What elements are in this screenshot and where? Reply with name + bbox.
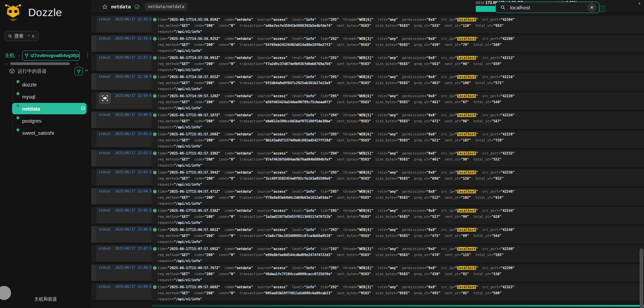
log-timestamp-cell: 2025/06/1723:08:57 <box>113 264 152 284</box>
log-row: stdout 2025/06/1723:00:57 time="2025-06-… <box>91 112 644 131</box>
log-row: stdout 2025/06/1723:03:57 time="2025-06-… <box>91 169 644 188</box>
scroll-up-arrow[interactable]: ▲ <box>638 1 641 5</box>
log-row: stdout 2025/06/1723:07:57 time="2025-06-… <box>91 245 644 264</box>
log-stream-cell: stdout <box>96 188 113 207</box>
log-stream-cell: stdout <box>96 54 113 73</box>
chevron-right-icon: › <box>18 53 19 58</box>
vertical-scroll-thumb[interactable] <box>640 249 643 308</box>
search-icon <box>500 5 505 10</box>
running-containers-section: 运行中的容器 <box>0 67 91 76</box>
log-row-gutter[interactable] <box>91 54 96 73</box>
horizontal-scroll-thumb[interactable] <box>10 62 70 65</box>
log-stream-cell: stdout <box>96 16 113 35</box>
image-name-badge: netdata/netdata <box>145 3 187 11</box>
host-row: 主机 › iZ7xv8mogva854vg30j3j <box>5 50 89 61</box>
sidebar-item-netdata[interactable]: netdata <box>0 103 91 115</box>
log-row: stdout 2025/06/1723:05:57 time="2025-06-… <box>91 207 644 226</box>
log-row: stdout 2025/06/1723:06:57 time="2025-06-… <box>91 226 644 245</box>
log-row-gutter[interactable] <box>91 169 96 188</box>
container-status-dot-icon <box>16 128 19 131</box>
log-row: stdout 2025/06/1723:08:57 time="2025-06-… <box>91 264 644 284</box>
sidebar-item-postgres[interactable]: postgres <box>0 115 91 127</box>
sidebar-item-mysql[interactable]: mysql <box>0 90 91 103</box>
log-row-gutter[interactable] <box>91 245 96 264</box>
log-stream-cell: stdout <box>96 131 113 150</box>
log-row-gutter[interactable] <box>91 284 96 303</box>
container-filter-button[interactable] <box>74 67 83 75</box>
log-timestamp-cell: 2025/06/1723:01:57 <box>113 131 152 150</box>
log-row-gutter[interactable] <box>91 188 96 207</box>
search-query[interactable]: localhost <box>510 5 583 10</box>
healthy-check-icon <box>134 4 140 10</box>
sidebar-footer-label: 主机和容器 <box>0 296 91 302</box>
log-message-cell: time="2025-06-17T14:58:57.055Z"comm="net… <box>152 73 644 93</box>
container-name: sweet_satoshi <box>22 130 54 136</box>
collapse-section-button[interactable] <box>84 68 89 73</box>
log-stream-cell: stdout <box>96 284 113 303</box>
container-status-dot-icon <box>16 92 19 95</box>
sidebar-search-button[interactable]: 搜索 ^ K <box>5 31 39 41</box>
log-row-gutter[interactable] <box>91 35 96 54</box>
host-filter-input[interactable]: iZ7xv8mogva854vg30j3j <box>22 51 80 61</box>
log-row: stdout 2025/06/1722:57:56 time="2025-06-… <box>91 54 644 73</box>
log-timestamp-cell: 2025/06/1723:09:57 <box>113 284 152 303</box>
log-message-cell: time="2025-06-17T15:02:57.330Z"comm="net… <box>152 150 644 169</box>
log-row: stdout 2025/06/1723:02:57 time="2025-06-… <box>91 150 644 169</box>
log-row-gutter[interactable] <box>91 131 96 150</box>
log-level-dot-icon <box>153 132 157 136</box>
running-containers-label: 运行中的容器 <box>17 68 47 74</box>
log-message-cell: time="2025-06-17T14:56:56.925Z"comm="net… <box>152 35 644 54</box>
mem-label: MEM <box>476 1 484 5</box>
log-row-gutter[interactable] <box>91 73 96 93</box>
log-message-cell: time="2025-06-17T15:07:57.695Z"comm="net… <box>152 245 644 264</box>
log-row-gutter[interactable] <box>91 16 96 35</box>
host-filter-value: iZ7xv8mogva854vg30j3j <box>31 53 80 58</box>
log-search-box[interactable]: localhost ✕ <box>495 2 599 13</box>
log-row-gutter[interactable] <box>91 93 96 112</box>
log-message-cell: time="2025-06-17T15:00:57.187Z"comm="net… <box>152 112 644 131</box>
log-stream-cell: stdout <box>96 169 113 188</box>
log-row-gutter[interactable] <box>91 112 96 131</box>
sidebar-item-dozzle[interactable]: dozzle <box>0 78 91 90</box>
inspect-eye-button[interactable] <box>99 93 111 104</box>
log-row-gutter[interactable] <box>91 150 96 169</box>
log-timestamp-cell: 2025/06/1723:02:57 <box>113 150 152 169</box>
log-level-dot-icon <box>153 190 157 193</box>
log-row: stdout 2025/06/1722:55:56 time="2025-06-… <box>91 16 644 35</box>
close-search-button[interactable]: ✕ <box>587 3 596 12</box>
log-row-gutter[interactable] <box>91 264 96 284</box>
container-name: mysql <box>22 94 35 100</box>
sidebar-horizontal-scrollbar: ◂ ▸ <box>0 61 91 66</box>
log-row-gutter[interactable] <box>91 226 96 245</box>
scroll-left-arrow[interactable]: ◂ <box>5 62 7 65</box>
dozzle-app: Dozzle 搜索 ^ K 主机 › iZ7xv8mogva854vg30j3j… <box>0 0 644 308</box>
log-message-cell: time="2025-06-17T15:03:57.394Z"comm="net… <box>152 169 644 188</box>
log-stream-cell: stdout <box>96 264 113 284</box>
star-pin-icon[interactable] <box>102 4 108 10</box>
hosts-breadcrumb[interactable]: 主机 <box>5 52 15 59</box>
log-level-dot-icon <box>153 113 157 117</box>
log-level-dot-icon <box>153 266 157 270</box>
log-row: stdout 2025/06/1722:56:56 time="2025-06-… <box>91 35 644 54</box>
log-level-dot-icon <box>153 94 157 98</box>
log-message-cell: time="2025-06-17T14:55:56.859Z"comm="net… <box>152 16 644 35</box>
log-row: stdout 2025/06/1722:59:57 time="2025-06-… <box>91 93 644 112</box>
log-timestamp-cell: 2025/06/1723:03:57 <box>113 169 152 188</box>
log-timestamp-cell: 2025/06/1722:58:57 <box>113 73 152 93</box>
sidebar-item-sweet_satoshi[interactable]: sweet_satoshi <box>0 127 91 139</box>
log-timestamp-cell: 2025/06/1723:00:57 <box>113 112 152 131</box>
scroll-right-arrow[interactable]: ▸ <box>76 62 78 65</box>
log-row-gutter[interactable] <box>91 207 96 226</box>
log-message-cell: time="2025-06-17T15:05:57.538Z"comm="net… <box>152 207 644 226</box>
host-menu-button[interactable]: ⋮ <box>83 52 92 59</box>
branch-filter-icon <box>24 53 29 58</box>
log-level-dot-icon <box>153 285 157 289</box>
log-level-dot-icon <box>153 247 157 251</box>
container-status-dot-icon <box>16 80 19 83</box>
log-timestamp-cell: 2025/06/1722:59:57 <box>113 93 152 112</box>
log-stream-cell: stdout <box>96 226 113 245</box>
log-level-dot-icon <box>153 37 157 41</box>
container-status-dot-icon <box>16 104 19 107</box>
log-timestamp-cell: 2025/06/1722:55:56 <box>113 16 152 35</box>
log-timestamp-cell: 2025/06/1723:06:57 <box>113 226 152 245</box>
